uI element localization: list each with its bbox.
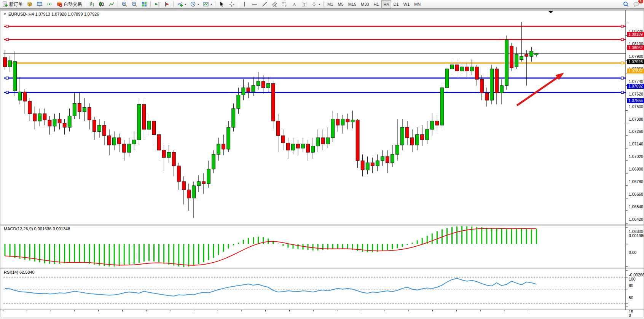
- timeframe-d1-button[interactable]: D1: [391, 0, 401, 8]
- line-handle[interactable]: [6, 38, 8, 41]
- candle-body: [237, 95, 240, 108]
- price-tick-label: 1.07620: [629, 92, 643, 96]
- text-tool-button[interactable]: A: [289, 0, 299, 8]
- candle-body: [48, 120, 51, 126]
- channel-tool-button[interactable]: E: [269, 0, 279, 8]
- candle-body: [430, 121, 434, 129]
- auto-trading-button[interactable]: 自动交易: [54, 0, 84, 8]
- candle-body: [212, 155, 215, 169]
- channel-icon: E: [271, 1, 277, 7]
- candle-body: [306, 144, 310, 152]
- candle-body: [108, 136, 111, 145]
- line-chart-mode-button[interactable]: [107, 0, 116, 8]
- price-chart-canvas[interactable]: [0, 9, 644, 318]
- line-handle[interactable]: [621, 91, 623, 94]
- auto-scroll-button[interactable]: [152, 0, 162, 8]
- line-handle[interactable]: [621, 25, 623, 27]
- cursor-tool-button[interactable]: [217, 0, 227, 8]
- resistance-line-1-badge: 1.08189: [627, 32, 644, 37]
- toolbar-separator: [118, 1, 118, 7]
- line-handle[interactable]: [621, 77, 623, 79]
- candle-body: [291, 144, 295, 150]
- market-watch-button[interactable]: [25, 0, 35, 8]
- signal-button[interactable]: [45, 0, 54, 8]
- candle-body: [276, 121, 280, 136]
- timeframe-h1-button[interactable]: H1: [371, 0, 381, 8]
- candle-body: [217, 144, 220, 154]
- templates-button[interactable]: ▾: [201, 0, 214, 8]
- label-tool-button[interactable]: T: [299, 0, 309, 8]
- candle-body: [23, 92, 27, 101]
- periods-button[interactable]: ▾: [188, 0, 201, 8]
- orange-level-badge: 1.07837: [627, 69, 644, 73]
- vertical-line-tool-button[interactable]: [240, 0, 250, 8]
- candle-body: [247, 88, 250, 92]
- timeframe-m30-button[interactable]: M30: [359, 0, 371, 8]
- candle-body: [261, 81, 265, 88]
- candle-body: [510, 46, 513, 68]
- arrows-tool-button[interactable]: ▾: [309, 0, 322, 8]
- chart-shift-button[interactable]: [162, 0, 172, 8]
- candlestick-mode-button[interactable]: [97, 0, 107, 8]
- timeframe-m5-button[interactable]: M5: [335, 0, 346, 8]
- timeframe-m1-button[interactable]: M1: [325, 0, 335, 8]
- candle-body: [341, 119, 344, 125]
- indicators-button[interactable]: ▾: [175, 0, 188, 8]
- indicators-icon: [177, 1, 183, 7]
- price-tick-label: 1.07020: [629, 154, 643, 159]
- rsi-scale-label: 80: [629, 283, 633, 288]
- zoom-out-button[interactable]: [129, 0, 139, 8]
- data-window-button[interactable]: [35, 0, 45, 8]
- line-handle[interactable]: [621, 38, 623, 41]
- trendline-tool-button[interactable]: [260, 0, 269, 8]
- timeframe-label: M30: [361, 2, 369, 6]
- candle-body: [331, 119, 335, 138]
- notifications-button[interactable]: 1: [631, 0, 642, 8]
- line-handle[interactable]: [6, 77, 8, 79]
- chart-shift-triangle-icon[interactable]: [548, 11, 553, 13]
- new-order-label: 新订单: [9, 1, 23, 8]
- candle-body: [460, 67, 464, 71]
- timeframe-m15-button[interactable]: M15: [346, 0, 359, 8]
- line-handle[interactable]: [6, 25, 8, 27]
- timeframe-h4-button[interactable]: H4: [381, 0, 391, 8]
- horizontal-line-tool-button[interactable]: [250, 0, 260, 8]
- candle-body: [386, 156, 389, 163]
- symbol-ohlc-text: EURUSD-,H4 1.07913 1.07928 1.07899 1.079…: [8, 12, 99, 16]
- candle-body: [3, 57, 7, 67]
- chart-window[interactable]: ▼ EURUSD-,H4 1.07913 1.07928 1.07899 1.0…: [0, 8, 644, 319]
- tile-windows-button[interactable]: [139, 0, 149, 8]
- candle-body: [520, 56, 523, 59]
- zoom-in-button[interactable]: [120, 0, 129, 8]
- candle-body: [301, 144, 305, 148]
- auto-trading-label: 自动交易: [64, 1, 82, 8]
- label-icon: T: [301, 1, 307, 7]
- price-tick-label: 1.06660: [629, 192, 643, 196]
- candle-body: [118, 138, 121, 144]
- trend-arrow-line[interactable]: [517, 77, 558, 105]
- line-handle[interactable]: [621, 62, 623, 64]
- candle-body: [296, 144, 300, 148]
- search-button[interactable]: [621, 0, 631, 8]
- candle-body: [28, 101, 32, 114]
- timeframe-label: M1: [327, 2, 333, 6]
- notification-count-badge: 1: [638, 0, 644, 4]
- new-order-button[interactable]: 新订单: [0, 0, 25, 8]
- candle-body: [271, 83, 275, 121]
- candle-body: [401, 127, 404, 145]
- candle-body: [257, 81, 260, 86]
- timeframe-w1-button[interactable]: W1: [401, 0, 412, 8]
- rsi-scale-label: 0: [629, 313, 631, 317]
- timeframe-label: D1: [394, 2, 399, 6]
- candle-body: [495, 69, 498, 93]
- timeframe-mn-button[interactable]: MN: [412, 0, 423, 8]
- rsi-line: [5, 278, 536, 296]
- bar-chart-mode-button[interactable]: [87, 0, 97, 8]
- line-handle[interactable]: [6, 91, 8, 94]
- macd-scale-label: 0.00: [629, 250, 636, 255]
- crosshair-tool-button[interactable]: [227, 0, 237, 8]
- price-tick-label: 1.06900: [629, 167, 643, 171]
- fibonacci-tool-button[interactable]: F: [279, 0, 289, 8]
- collapse-triangle-icon[interactable]: ▼: [3, 13, 6, 16]
- candle-body: [33, 114, 37, 121]
